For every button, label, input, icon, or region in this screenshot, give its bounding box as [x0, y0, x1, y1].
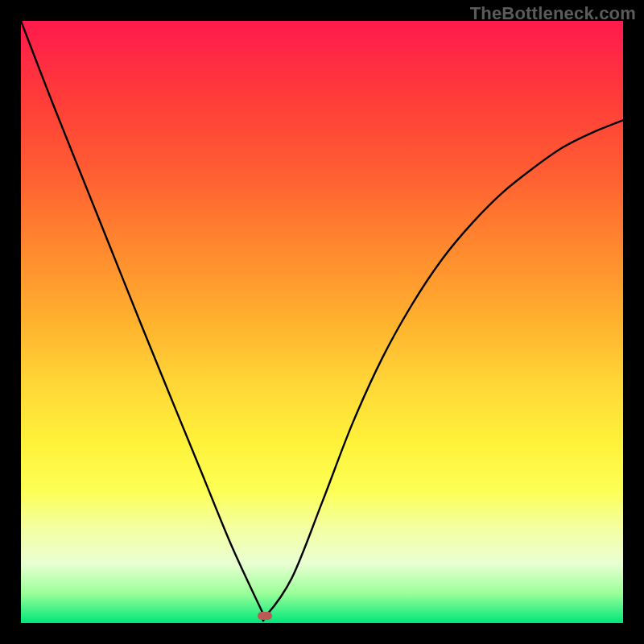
chart-frame: TheBottleneck.com — [0, 0, 644, 644]
curve-layer — [21, 21, 623, 623]
bottleneck-curve — [21, 21, 623, 621]
minimum-marker — [258, 612, 272, 620]
